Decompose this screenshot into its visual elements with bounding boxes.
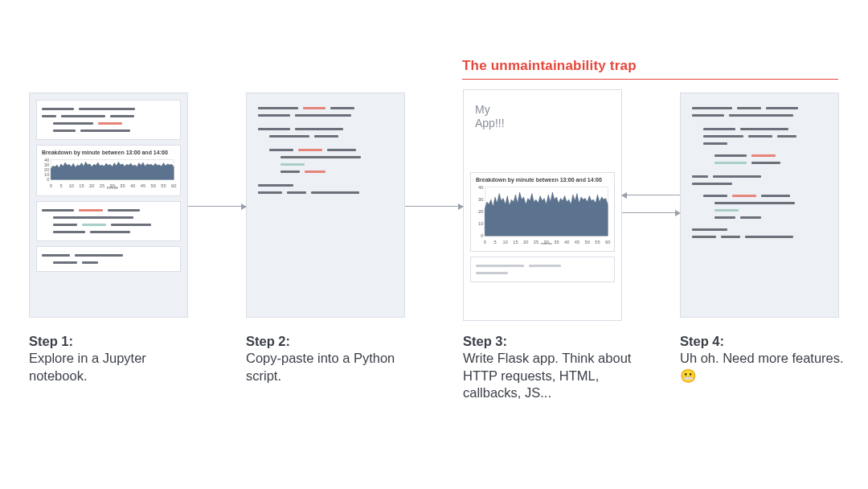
svg-text:30: 30 xyxy=(44,162,49,167)
svg-text:10: 10 xyxy=(503,239,508,244)
caption-step2-text: Copy-paste into a Python script. xyxy=(246,351,395,382)
svg-text:minute: minute xyxy=(107,186,119,189)
trap-title: The unmaintainability trap xyxy=(462,58,838,79)
svg-text:15: 15 xyxy=(513,239,518,244)
arrow-step2-step3 xyxy=(405,206,463,207)
svg-text:45: 45 xyxy=(575,239,579,244)
svg-text:minute: minute xyxy=(541,241,553,244)
notebook-cell xyxy=(36,201,181,241)
trap-header: The unmaintainability trap xyxy=(462,58,838,80)
trap-underline xyxy=(462,79,838,80)
svg-text:10: 10 xyxy=(478,221,483,226)
notebook-cell xyxy=(36,246,181,272)
svg-text:50: 50 xyxy=(151,183,156,188)
svg-text:45: 45 xyxy=(141,183,145,188)
svg-text:35: 35 xyxy=(120,183,125,188)
svg-text:40: 40 xyxy=(564,239,569,244)
app-chart: Breakdown by minute between 13:00 and 14… xyxy=(470,172,615,253)
svg-text:55: 55 xyxy=(595,239,600,244)
svg-text:10: 10 xyxy=(69,183,74,188)
caption-step2: Step 2: Copy-paste into a Python script. xyxy=(246,333,423,384)
caption-step4: Step 4: Uh oh. Need more features.😬 xyxy=(680,333,857,384)
caption-step2-label: Step 2: xyxy=(246,334,290,348)
svg-text:50: 50 xyxy=(585,239,590,244)
svg-text:0: 0 xyxy=(481,233,483,238)
svg-text:25: 25 xyxy=(100,183,104,188)
caption-step4-text: Uh oh. Need more features.😬 xyxy=(680,351,844,382)
panel-script xyxy=(246,92,405,318)
chart-title-small: Breakdown by minute between 13:00 and 14… xyxy=(40,149,177,157)
caption-step3: Step 3: Write Flask app. Think about HTT… xyxy=(463,333,640,402)
app-title: MyApp!!! xyxy=(470,97,615,130)
svg-text:20: 20 xyxy=(44,167,49,172)
caption-step3-text: Write Flask app. Think about HTTP reques… xyxy=(463,351,631,400)
svg-text:55: 55 xyxy=(161,183,166,188)
svg-text:0: 0 xyxy=(484,239,486,244)
caption-step1: Step 1: Explore in a Jupyter notebook. xyxy=(29,333,206,384)
chart-title: Breakdown by minute between 13:00 and 14… xyxy=(474,176,611,184)
svg-text:15: 15 xyxy=(79,183,84,188)
caption-step1-label: Step 1: xyxy=(29,334,73,348)
svg-text:40: 40 xyxy=(130,183,135,188)
svg-text:35: 35 xyxy=(554,239,559,244)
svg-text:60: 60 xyxy=(605,239,610,244)
caption-step4-label: Step 4: xyxy=(680,334,724,348)
svg-text:5: 5 xyxy=(59,183,62,188)
svg-text:30: 30 xyxy=(478,196,483,201)
arrow-step3-step4 xyxy=(622,212,680,213)
svg-text:5: 5 xyxy=(493,239,496,244)
svg-text:20: 20 xyxy=(478,208,483,213)
area-chart: 051015202530354045505560010203040minute xyxy=(474,184,611,245)
svg-text:25: 25 xyxy=(534,239,538,244)
arrow-step4-step3 xyxy=(622,195,680,195)
app-output-box xyxy=(470,257,615,282)
svg-text:10: 10 xyxy=(44,172,49,177)
svg-text:20: 20 xyxy=(89,183,94,188)
panel-flask-app: MyApp!!! Breakdown by minute between 13:… xyxy=(463,89,622,321)
caption-step1-text: Explore in a Jupyter notebook. xyxy=(29,351,146,382)
svg-text:60: 60 xyxy=(171,183,176,188)
arrow-step1-step2 xyxy=(188,206,246,207)
mini-area-chart: 051015202530354045505560010203040minute xyxy=(40,157,177,189)
panel-more xyxy=(680,92,839,318)
svg-text:0: 0 xyxy=(47,177,49,182)
panel-jupyter: Breakdown by minute between 13:00 and 14… xyxy=(29,92,188,318)
notebook-chart-cell: Breakdown by minute between 13:00 and 14… xyxy=(36,145,181,196)
svg-text:0: 0 xyxy=(50,183,52,188)
svg-text:20: 20 xyxy=(523,239,528,244)
svg-text:40: 40 xyxy=(478,184,483,189)
svg-text:40: 40 xyxy=(44,158,49,162)
caption-step3-label: Step 3: xyxy=(463,334,507,348)
notebook-cell xyxy=(36,100,181,140)
